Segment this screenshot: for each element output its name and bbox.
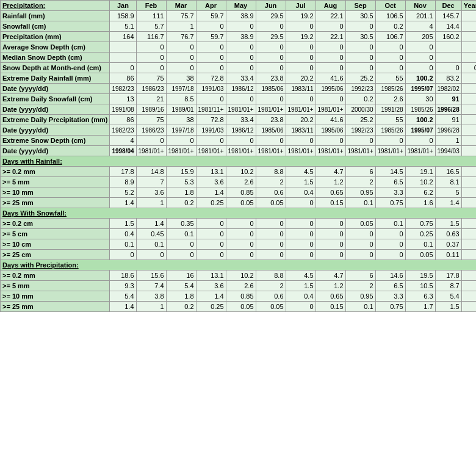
cell: 0.85 <box>226 291 256 302</box>
row-label: >= 25 cm <box>1 250 110 260</box>
cell: 91 <box>435 115 461 125</box>
cell: 1981/01+ <box>286 146 316 156</box>
col-header-aug: Aug <box>316 1 345 11</box>
cell: 0 <box>286 239 316 250</box>
cell: 22.1 <box>316 32 345 42</box>
cell: 0 <box>136 136 166 146</box>
cell: 23.8 <box>256 73 286 84</box>
cell <box>461 115 476 125</box>
table-row: >= 5 mm8.975.33.62.621.51.226.510.28.1C <box>1 177 477 187</box>
cell: 3.6 <box>136 187 166 198</box>
cell: 1.4 <box>110 302 136 312</box>
row-label: Date (yyyy/dd) <box>1 146 110 156</box>
cell: 5.4 <box>110 291 136 302</box>
cell <box>461 94 476 104</box>
cell: 1985/06 <box>256 84 286 94</box>
cell: 1986/23 <box>136 125 166 136</box>
cell: 14.5 <box>375 167 405 177</box>
row-label: Rainfall (mm) <box>1 11 110 21</box>
col-header-oct: Oct <box>375 1 405 11</box>
table-row: Average Snow Depth (cm)0000000000C <box>1 42 477 53</box>
cell: 10.2 <box>226 270 256 281</box>
cell: 0 <box>286 302 316 312</box>
cell: 0.11 <box>435 250 461 260</box>
cell: 1991/08 <box>110 104 136 115</box>
cell: 72.8 <box>196 115 226 125</box>
cell: 1.6 <box>405 198 435 208</box>
table-row: Extreme Daily Rainfall (mm)86753872.833.… <box>1 73 477 84</box>
cell: 8.7 <box>435 281 461 291</box>
cell: 38.9 <box>226 32 256 42</box>
cell: 0 <box>375 53 405 63</box>
cell: 0 <box>316 219 345 229</box>
cell: 1981/11+ <box>196 104 226 115</box>
cell: 2.6 <box>226 281 256 291</box>
cell: 0 <box>226 250 256 260</box>
cell: 17.8 <box>110 167 136 177</box>
cell: 0 <box>256 219 286 229</box>
cell <box>461 219 476 229</box>
cell: 106.5 <box>375 11 405 21</box>
table-row: Precipitation (mm)164116.776.759.738.929… <box>1 32 477 42</box>
cell: 1.8 <box>166 291 196 302</box>
cell: 0 <box>226 63 256 73</box>
cell: 1986/23 <box>136 84 166 94</box>
cell: 0.1 <box>136 239 166 250</box>
cell: 0.6 <box>256 187 286 198</box>
table-row: >= 10 mm5.23.61.81.40.850.60.40.650.953.… <box>1 187 477 198</box>
cell: 0 <box>316 63 345 73</box>
col-header-jan: Jan <box>110 1 136 11</box>
cell <box>461 53 476 63</box>
cell: 0 <box>256 53 286 63</box>
cell: 15.6 <box>136 270 166 281</box>
cell: 1981/01+ <box>256 104 286 115</box>
cell: 75 <box>136 73 166 84</box>
table-row: Extreme Snow Depth (cm)400000000001 <box>1 136 477 146</box>
cell: 0 <box>345 136 375 146</box>
cell: 0 <box>375 229 405 239</box>
col-header-may: May <box>226 1 256 11</box>
cell <box>435 42 461 53</box>
row-label: Average Snow Depth (cm) <box>1 42 110 53</box>
cell: 1.5 <box>435 302 461 312</box>
cell <box>461 21 476 32</box>
cell: 0 <box>316 53 345 63</box>
cell: 2 <box>256 177 286 187</box>
cell: 16.5 <box>435 167 461 177</box>
cell: 0 <box>226 94 256 104</box>
cell: 1.4 <box>110 198 136 208</box>
cell: 0 <box>286 42 316 53</box>
cell: 0 <box>196 239 226 250</box>
cell: 0 <box>286 21 316 32</box>
cell: 0 <box>286 94 316 104</box>
row-label: >= 25 mm <box>1 198 110 208</box>
cell: 0 <box>316 229 345 239</box>
cell: 1.2 <box>316 281 345 291</box>
cell: 0.05 <box>256 302 286 312</box>
cell: 1.4 <box>435 198 461 208</box>
table-row: >= 0.2 mm18.615.61613.110.28.84.54.7614.… <box>1 270 477 281</box>
table-row: >= 25 mm1.410.20.250.050.0500.150.10.751… <box>1 198 477 208</box>
table-row: Snowfall (cm)5.15.710000000.2414.4C <box>1 21 477 32</box>
cell: 2000/30 <box>345 104 375 115</box>
cell: 83.2 <box>435 73 461 84</box>
cell: 0 <box>226 239 256 250</box>
cell: 21 <box>136 94 166 104</box>
cell: 145.7 <box>435 11 461 21</box>
cell: 9.3 <box>110 281 136 291</box>
cell: 5.7 <box>136 21 166 32</box>
table-row: >= 25 mm1.410.20.250.050.0500.150.10.751… <box>1 302 477 312</box>
cell: 8.5 <box>166 94 196 104</box>
row-label: >= 10 cm <box>1 239 110 250</box>
cell: 0.4 <box>110 229 136 239</box>
cell: 76.7 <box>166 32 196 42</box>
col-header-apr: Apr <box>196 1 226 11</box>
cell: 1981/01+ <box>166 146 196 156</box>
cell <box>461 291 476 302</box>
cell: 0.75 <box>375 302 405 312</box>
cell: 0.15 <box>316 198 345 208</box>
cell: 14.4 <box>435 21 461 32</box>
cell <box>461 198 476 208</box>
cell: 1.5 <box>286 177 316 187</box>
row-label: >= 0.2 mm <box>1 167 110 177</box>
